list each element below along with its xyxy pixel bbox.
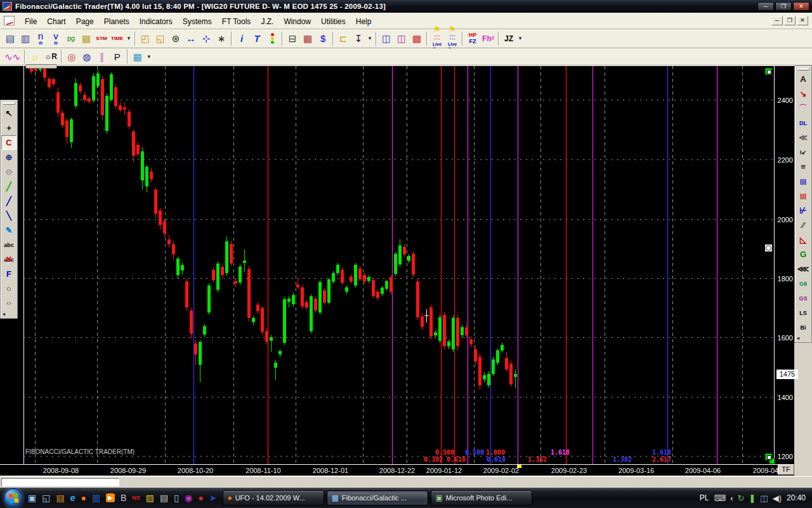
launcher-icon[interactable]: ▤	[56, 493, 64, 502]
parallel-lines-icon[interactable]: ∕∕	[796, 218, 811, 232]
crosshair-tool-icon[interactable]: +	[1, 121, 16, 135]
fan-icon[interactable]: ⋘	[796, 262, 811, 276]
ls-icon[interactable]: LS	[796, 305, 811, 320]
chart-handle-mid[interactable]	[765, 244, 772, 251]
gs-icon[interactable]: GS	[796, 291, 811, 305]
arc-icon[interactable]: ⌒	[796, 101, 811, 116]
mdi-restore-button[interactable]: ❐	[784, 16, 796, 25]
live-range-blue-icon[interactable]: ⚑∙∙∙ ∙∙∙Live Rng	[445, 31, 460, 46]
text-delete-icon[interactable]: abc	[1, 252, 16, 267]
collapse-chevron-icon[interactable]: ‹	[730, 493, 733, 503]
pencil-tool-icon[interactable]: ✎	[1, 223, 16, 237]
ellipse-tool-icon[interactable]: ○	[1, 298, 16, 307]
cursor-tool-icon[interactable]: ↖	[1, 106, 16, 121]
chart-handle-top[interactable]	[765, 68, 772, 75]
palette-scroll-arrow[interactable]: ◂	[795, 335, 801, 342]
menu-item-chart[interactable]: Chart	[42, 15, 70, 28]
menu-item-file[interactable]: File	[20, 15, 42, 28]
window-grid-icon[interactable]: ▦	[79, 31, 94, 46]
task-photoeditor[interactable]: ▣Microsoft Photo Edi...	[431, 490, 532, 505]
hp-fz-icon[interactable]: HPFZ	[465, 31, 480, 46]
time-icon[interactable]: TIME	[109, 31, 125, 46]
menu-item-window[interactable]: Window	[278, 15, 316, 28]
live-range-red-icon[interactable]: ⚑∙∙∙ ∙∙∙Live Rng	[429, 31, 445, 46]
open-chart-icon[interactable]: ▥	[18, 31, 33, 46]
planet-p-icon[interactable]: P	[110, 49, 125, 64]
trend-cross-icon[interactable]: ∥	[95, 49, 110, 64]
task-ufo[interactable]: ●UFO - 14.02.2009 W...	[223, 490, 324, 505]
ns-app-icon[interactable]: NS	[132, 495, 140, 501]
dot-grid-icon[interactable]: ▦	[130, 49, 145, 64]
chart-area[interactable]: 2400220020001800160014001200FIBONACCI/GA…	[0, 65, 812, 476]
dropdown2-icon[interactable]: ▾	[366, 31, 374, 46]
dl-icon[interactable]: DL	[796, 116, 811, 130]
zoom-in-tool-icon[interactable]: ⊕	[1, 150, 16, 164]
palette-grip[interactable]	[797, 68, 809, 70]
task-fibonacci[interactable]: ▦Fibonacci/Galactic ...	[327, 490, 428, 505]
notepad-icon[interactable]: ▤	[160, 493, 168, 502]
menu-item-fttools[interactable]: FT Tools	[217, 15, 256, 28]
page-icon[interactable]: pg	[63, 31, 79, 46]
menu-item-systems[interactable]: Systems	[178, 15, 217, 28]
v-lines-red-icon[interactable]: ||||	[796, 189, 811, 203]
window-titlebar[interactable]: Fibonacci/Galactic Trader(TM) 4.00 lut 1…	[0, 0, 812, 13]
start-button[interactable]	[4, 488, 23, 507]
chart-scroll-thumb[interactable]	[25, 64, 57, 69]
volume-icon[interactable]: ◀)	[773, 493, 782, 503]
asterisk-icon[interactable]: ∗	[214, 31, 229, 46]
cascade-add-icon[interactable]: ◱	[153, 31, 168, 46]
show-desktop-icon[interactable]: ▣	[28, 493, 36, 502]
firefox-icon[interactable]: ●	[81, 493, 86, 502]
pointer-info-icon[interactable]: i	[234, 31, 249, 46]
print-icon[interactable]: ⊟	[285, 31, 300, 46]
calendar-icon[interactable]: ▦	[300, 31, 315, 46]
language-indicator[interactable]: PL	[700, 493, 709, 502]
palette-grip[interactable]	[3, 102, 15, 105]
dollar-icon[interactable]: $	[315, 31, 331, 46]
dropdown3-icon[interactable]: ▾	[516, 31, 524, 46]
text-tool-icon[interactable]: T	[249, 31, 265, 46]
timeframe-button[interactable]: TF	[778, 464, 794, 475]
green-line-tool-icon[interactable]: ╱	[1, 179, 16, 194]
expand-h-icon[interactable]: ↔	[183, 31, 199, 46]
text-abc-icon[interactable]: abc	[1, 237, 16, 252]
sun-r-icon[interactable]: ☼R	[43, 49, 59, 64]
folder-icon[interactable]: ▨	[146, 493, 154, 502]
color-grid-icon[interactable]: ▩	[409, 31, 424, 46]
menu-item-help[interactable]: Help	[351, 15, 377, 28]
network-icon[interactable]: ◫	[760, 493, 768, 503]
jz-icon[interactable]: JZ	[501, 31, 516, 46]
update-icon[interactable]: ↻	[738, 493, 745, 503]
close-button[interactable]: ✕	[793, 2, 809, 11]
wave-tool-icon[interactable]: ⊬	[796, 203, 811, 218]
cascade-icon[interactable]: ◰	[138, 31, 153, 46]
keyboard-icon[interactable]: ⌨	[714, 493, 726, 503]
new-chart-icon[interactable]: ▤	[3, 31, 18, 46]
zoom-out-tool-icon[interactable]: ⊖	[1, 164, 16, 179]
red-app-icon[interactable]: ●	[198, 493, 203, 502]
menu-item-page[interactable]: Page	[71, 15, 99, 28]
palette-scroll-arrow[interactable]: ◂	[1, 311, 6, 318]
squiggle-icon[interactable]: ∿∿	[3, 49, 22, 64]
candle-tool-icon[interactable]: ↧	[351, 31, 366, 46]
bars-v-icon[interactable]: vılı	[48, 31, 63, 46]
mdi-close-button[interactable]: ✕	[797, 16, 808, 25]
target-circles-icon[interactable]: ◎	[64, 49, 79, 64]
window-switcher-icon[interactable]: ◱	[42, 493, 50, 502]
chart-windows-icon[interactable]: ◫	[379, 31, 394, 46]
minimize-button[interactable]: ─	[757, 2, 774, 11]
recycle-bin-icon[interactable]: ▯	[174, 493, 179, 502]
menu-item-utilities[interactable]: Utilities	[316, 15, 351, 28]
v-lines-blue-icon[interactable]: ||||	[796, 174, 811, 189]
magnet-tool-icon[interactable]: C	[1, 135, 16, 150]
expand-4way-icon[interactable]: ⊹	[199, 31, 214, 46]
g9-icon[interactable]: G9	[796, 276, 811, 291]
dropdown-icon[interactable]: ▾	[125, 31, 133, 46]
menu-item-planets[interactable]: Planets	[99, 15, 134, 28]
sun-aspects-icon[interactable]: ☼	[27, 49, 43, 64]
menu-item-indicators[interactable]: Indicators	[134, 15, 178, 28]
blue-line-tool-icon[interactable]: ╱	[1, 194, 16, 208]
h-lines-icon[interactable]: ≡	[796, 159, 811, 174]
dropdown-icon[interactable]: ▾	[145, 49, 153, 64]
bars-n-icon[interactable]: nılı	[33, 31, 48, 46]
